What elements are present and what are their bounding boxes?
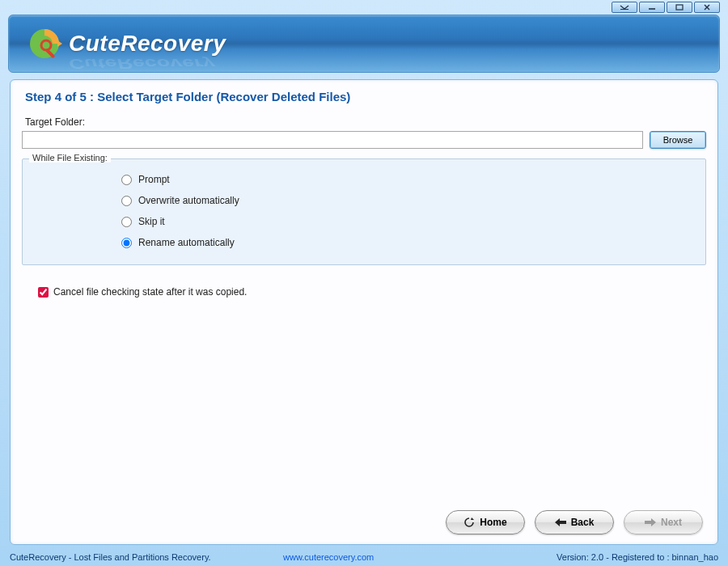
app-title: CuteRecovery	[69, 31, 226, 57]
while-file-existing-fieldset: While File Existing: Prompt Overwrite au…	[22, 158, 706, 265]
svg-marker-9	[471, 517, 474, 520]
refresh-icon	[463, 517, 475, 528]
maximize-button[interactable]	[667, 2, 692, 13]
status-left: CuteRecovery - Lost Files and Partitions…	[10, 552, 283, 562]
app-logo-icon	[27, 26, 62, 61]
radio-rename-label: Rename automatically	[138, 237, 235, 248]
svg-marker-10	[555, 518, 566, 526]
home-button-label: Home	[480, 517, 506, 528]
arrow-right-icon	[645, 518, 656, 526]
radio-prompt-label: Prompt	[138, 174, 170, 185]
arrow-left-icon	[555, 518, 566, 526]
status-right: Version: 2.0 - Registered to : binnan_ha…	[557, 552, 718, 562]
back-button-label: Back	[571, 517, 595, 528]
radio-overwrite[interactable]	[121, 196, 132, 206]
statusbar: CuteRecovery - Lost Files and Partitions…	[0, 550, 728, 566]
radio-overwrite-label: Overwrite automatically	[138, 195, 239, 206]
cancel-checking-checkbox[interactable]	[38, 287, 49, 298]
next-button-label: Next	[661, 517, 682, 528]
home-button[interactable]: Home	[446, 510, 525, 534]
svg-marker-11	[645, 518, 656, 526]
svg-marker-6	[57, 40, 62, 47]
svg-rect-2	[676, 5, 683, 10]
next-button: Next	[624, 510, 703, 534]
close-button[interactable]	[694, 2, 720, 13]
status-link[interactable]: www.cuterecovery.com	[283, 552, 374, 562]
radio-skip[interactable]	[121, 217, 132, 227]
back-button[interactable]: Back	[535, 510, 614, 534]
radio-skip-label: Skip it	[138, 216, 165, 227]
browse-button[interactable]: Browse	[650, 131, 706, 149]
fieldset-legend: While File Existing:	[29, 153, 111, 163]
target-folder-label: Target Folder:	[22, 116, 706, 128]
titlebar	[0, 0, 728, 13]
step-title: Step 4 of 5 : Select Target Folder (Reco…	[22, 90, 706, 103]
nav-buttons: Home Back Next	[22, 507, 706, 536]
minimize-button[interactable]	[639, 2, 665, 13]
radio-prompt[interactable]	[121, 175, 132, 185]
radio-rename[interactable]	[121, 238, 132, 248]
app-title-reflection: CuteRecovery	[69, 56, 215, 71]
content-panel: Step 4 of 5 : Select Target Folder (Reco…	[10, 79, 718, 545]
target-folder-input[interactable]	[22, 131, 643, 149]
dropdown-button[interactable]	[612, 2, 637, 13]
header-banner: CuteRecovery CuteRecovery	[8, 15, 720, 73]
cancel-checking-label: Cancel file checking state after it was …	[53, 286, 247, 298]
